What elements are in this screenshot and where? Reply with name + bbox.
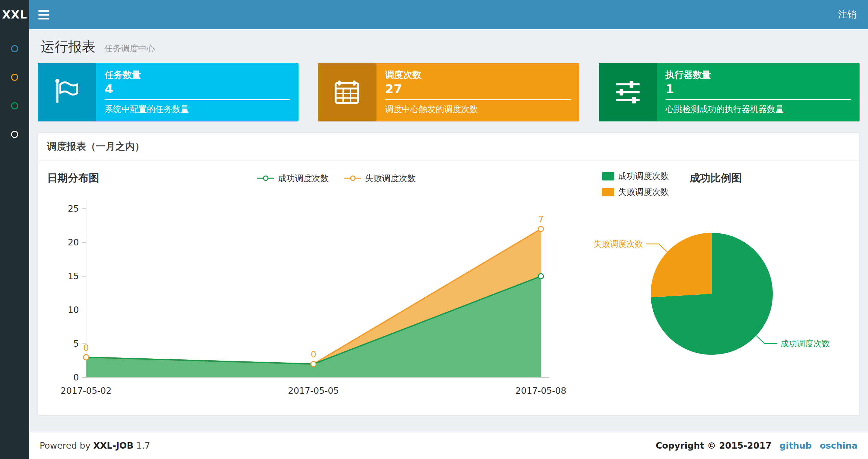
info-box-title: 执行器数量: [665, 69, 851, 81]
legend-label: 成功调度次数: [618, 170, 669, 182]
svg-text:25: 25: [68, 203, 79, 214]
main-area: 运行报表 任务调度中心: [0, 29, 868, 459]
legend-label: 失败调度次数: [618, 186, 669, 198]
page-subtitle: 任务调度中心: [104, 43, 155, 53]
legend-item-success[interactable]: 成功调度次数: [602, 170, 669, 182]
svg-text:0: 0: [73, 372, 79, 383]
date-distribution-area-chart: 05101520252017-05-022017-05-052017-05-08…: [47, 189, 567, 403]
info-box-trigger-count: 调度次数 27 调度中心触发的调度次数: [318, 63, 579, 122]
svg-text:0: 0: [83, 343, 89, 353]
circle-outline-icon: [11, 131, 18, 138]
svg-text:15: 15: [68, 271, 79, 281]
legend-item-fail[interactable]: 失败调度次数: [602, 186, 669, 198]
github-link[interactable]: github: [780, 440, 812, 451]
powered-by: Powered by XXL-JOB 1.7: [40, 440, 150, 451]
info-box-divider: [385, 99, 570, 100]
panel-body: 日期分布图 成功调度次数: [38, 161, 859, 415]
legend-swatch-icon: [602, 188, 614, 196]
page-header: 运行报表 任务调度中心: [38, 29, 860, 63]
svg-text:20: 20: [68, 237, 79, 248]
copyright: Copyright © 2015-2017 github oschina: [655, 440, 858, 451]
sidebar-menu-item[interactable]: [0, 92, 29, 120]
svg-text:2017-05-05: 2017-05-05: [288, 386, 339, 396]
info-box-row: 任务数量 4 系统中配置的任务数量: [38, 63, 860, 122]
sidebar: [0, 29, 29, 459]
svg-text:2017-05-02: 2017-05-02: [61, 386, 112, 396]
svg-text:0: 0: [311, 349, 316, 359]
svg-text:7: 7: [538, 214, 544, 224]
svg-text:10: 10: [68, 305, 79, 315]
app-logo[interactable]: XXL: [0, 0, 29, 29]
line-marker-icon: [257, 174, 275, 183]
flag-icon: [38, 63, 96, 122]
info-box-title: 任务数量: [104, 69, 290, 81]
circle-outline-icon: [11, 74, 18, 81]
sidebar-menu-item[interactable]: [0, 63, 29, 92]
page-title: 运行报表: [41, 39, 95, 55]
success-ratio-pie-chart: 成功调度次数失败调度次数: [574, 202, 849, 385]
info-box-description: 系统中配置的任务数量: [104, 103, 290, 115]
info-box-divider: [104, 99, 290, 100]
info-box-description: 心跳检测成功的执行器机器数量: [665, 103, 851, 115]
legend-item-fail[interactable]: 失败调度次数: [344, 173, 416, 184]
sidebar-menu-item[interactable]: [0, 34, 29, 63]
legend-item-success[interactable]: 成功调度次数: [257, 173, 329, 184]
content-column: 运行报表 任务调度中心: [29, 29, 868, 459]
info-box-description: 调度中心触发的调度次数: [385, 103, 570, 115]
line-chart-title: 日期分布图: [47, 171, 99, 185]
date-distribution-section: 日期分布图 成功调度次数: [47, 169, 574, 403]
circle-outline-icon: [11, 45, 18, 52]
legend-swatch-icon: [602, 172, 614, 181]
legend-label: 失败调度次数: [365, 173, 416, 184]
info-box-value: 1: [665, 82, 851, 96]
calendar-icon: [318, 63, 376, 122]
success-ratio-section: 成功调度次数 失败调度次数 成功比例图 成功调度次数失败调度次数: [574, 169, 850, 403]
sidebar-menu-item[interactable]: [0, 120, 29, 149]
panel-title: 调度报表（一月之内）: [38, 133, 859, 161]
svg-text:成功调度次数: 成功调度次数: [781, 338, 830, 348]
version: 1.7: [136, 440, 150, 451]
sliders-icon: [599, 63, 657, 122]
svg-text:失败调度次数: 失败调度次数: [593, 239, 643, 249]
info-box-title: 调度次数: [385, 69, 570, 81]
oschina-link[interactable]: oschina: [819, 440, 858, 451]
sidebar-toggle-button[interactable]: [29, 0, 59, 29]
pie-chart-legend: 成功调度次数 失败调度次数: [602, 170, 669, 198]
line-marker-icon: [344, 174, 362, 183]
legend-label: 成功调度次数: [278, 173, 329, 184]
xxl-job-dashboard: XXL 注销 运行报表 任务调度中心: [0, 0, 868, 459]
content: 运行报表 任务调度中心: [29, 29, 868, 432]
report-panel: 调度报表（一月之内） 日期分布图: [38, 132, 860, 416]
info-box-divider: [665, 99, 851, 100]
navbar-spacer: [59, 0, 827, 29]
logout-link[interactable]: 注销: [827, 0, 868, 29]
brand-name: XXL-JOB: [93, 440, 133, 451]
circle-outline-icon: [11, 102, 18, 109]
info-box-executor-count: 执行器数量 1 心跳检测成功的执行器机器数量: [599, 63, 860, 122]
svg-text:2017-05-08: 2017-05-08: [516, 386, 566, 396]
line-chart-legend: 成功调度次数 失败调度次数: [99, 173, 574, 184]
info-box-value: 4: [104, 82, 290, 96]
hamburger-icon: [38, 10, 50, 12]
page-footer: Powered by XXL-JOB 1.7 Copyright © 2015-…: [29, 432, 868, 459]
navbar: 注销: [29, 0, 868, 29]
info-box-job-count: 任务数量 4 系统中配置的任务数量: [38, 63, 299, 122]
info-box-value: 27: [385, 82, 570, 96]
pie-chart-title: 成功比例图: [690, 171, 742, 185]
top-navbar: XXL 注销: [0, 0, 868, 29]
svg-text:5: 5: [73, 338, 79, 349]
